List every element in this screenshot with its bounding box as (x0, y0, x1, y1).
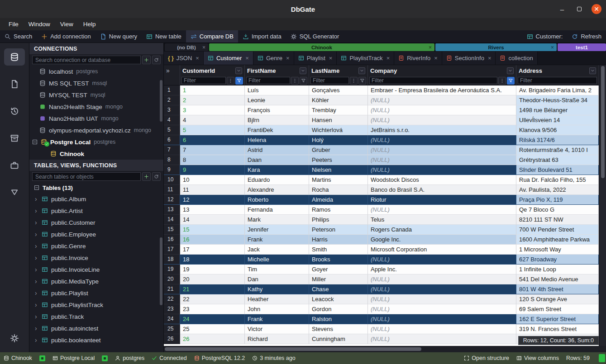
row-number[interactable]: 24 (164, 314, 180, 324)
status-item-open-structure[interactable]: Open structure (464, 355, 509, 361)
cell-firstname[interactable]: Jack (245, 245, 309, 255)
cell-company[interactable]: (NULL) (368, 294, 516, 304)
toolbar-button-refresh[interactable]: Refresh (567, 30, 606, 43)
close-tab-icon[interactable]: × (488, 55, 491, 61)
row-number[interactable]: 19 (164, 265, 180, 274)
tab-riverinfo[interactable]: RiverInfo× (394, 52, 442, 65)
cell-company[interactable]: Banco do Brasil S.A. (368, 185, 516, 195)
cell-company[interactable]: Telus (368, 215, 516, 225)
column-dropdown-icon[interactable] (300, 67, 306, 74)
cell-customerid[interactable]: 17 (180, 245, 245, 255)
cell-address[interactable]: 700 W Pender Street (516, 225, 599, 235)
minimize-button[interactable]: – (557, 4, 567, 14)
cell-address[interactable]: Rilská 3174/6 (516, 135, 599, 145)
sidebar-query-icon[interactable] (4, 184, 25, 201)
cell-firstname[interactable]: Mark (245, 215, 309, 225)
table-item-public-mediatype[interactable]: ›public.MediaType (29, 275, 163, 287)
toolbar-button-new-table[interactable]: New table (142, 30, 186, 43)
column-header-firstname[interactable]: FirstName (245, 65, 309, 76)
cell-firstname[interactable]: Richard (245, 334, 309, 344)
cell-lastname[interactable]: Stevens (309, 324, 368, 334)
toolbar-button-add-connection[interactable]: Add connection (37, 30, 95, 43)
cell-address[interactable]: 1498 rue Bélanger (516, 105, 599, 115)
collapse-icon[interactable] (32, 139, 38, 145)
connection-item-localhost[interactable]: localhostpostgres (29, 66, 163, 77)
row-number[interactable]: 2 (164, 95, 180, 105)
cell-lastname[interactable]: Rocha (309, 185, 368, 195)
tab-sectioninfo[interactable]: SectionInfo× (442, 52, 496, 65)
tab-customer[interactable]: Customer× (204, 52, 253, 65)
cell-firstname[interactable]: Victor (245, 324, 309, 334)
cell-firstname[interactable]: Heather (245, 294, 309, 304)
cell-firstname[interactable]: Astrid (245, 145, 309, 155)
column-header-address[interactable]: Address (516, 65, 599, 76)
cell-lastname[interactable]: Almeida (309, 195, 368, 205)
cell-company[interactable]: (NULL) (368, 105, 516, 115)
row-number[interactable]: 8 (164, 155, 180, 165)
database-group-tab-test1[interactable]: test1 (558, 43, 606, 51)
cell-company[interactable]: Google Inc. (368, 235, 516, 245)
add-table-small-button[interactable] (142, 172, 151, 181)
chevron-right-icon[interactable]: › (35, 254, 38, 261)
cell-address[interactable]: Rotenturmstraße 4, 1010 I (516, 145, 599, 155)
cell-company[interactable]: (NULL) (368, 274, 516, 284)
cell-address[interactable]: Av. Brigadeiro Faria Lima, 2 (516, 85, 599, 95)
cell-address[interactable]: Qe 7 Bloco G (516, 205, 599, 215)
row-number[interactable]: 6 (164, 135, 180, 145)
row-number[interactable]: 13 (164, 205, 180, 215)
cell-customerid[interactable]: 24 (180, 314, 245, 324)
cell-firstname[interactable]: Michelle (245, 255, 309, 265)
sidebar-connections-icon[interactable] (4, 48, 25, 66)
sidebar-files-icon[interactable] (4, 76, 25, 93)
cell-firstname[interactable]: Roberto (245, 195, 309, 205)
connection-search-input[interactable] (32, 56, 141, 64)
row-number[interactable]: 12 (164, 195, 180, 205)
cell-company[interactable]: Microsoft Corporation (368, 245, 516, 255)
cell-lastname[interactable]: Ralston (309, 314, 368, 324)
cell-customerid[interactable]: 16 (180, 235, 245, 245)
cell-customerid[interactable]: 9 (180, 165, 245, 175)
cell-company[interactable]: (NULL) (368, 165, 516, 175)
cell-lastname[interactable]: Tremblay (309, 105, 368, 115)
cell-address[interactable]: Ullevĺlsveien 14 (516, 115, 599, 125)
cell-customerid[interactable]: 18 (180, 255, 245, 265)
cell-firstname[interactable]: Helena (245, 135, 309, 145)
cell-address[interactable]: Theodor-Heuss-Straße 34 (516, 95, 599, 105)
connection-item-mysql-test[interactable]: MYSQL TESTmysql (29, 89, 163, 101)
row-number[interactable]: 1 (164, 85, 180, 95)
table-item-public-track[interactable]: ›public.Track (29, 311, 163, 322)
row-number[interactable]: 25 (164, 324, 180, 334)
filter-input-lastname[interactable] (310, 77, 349, 84)
cell-lastname[interactable]: Wichterlová (309, 125, 368, 135)
table-item-public-invoice[interactable]: ›public.Invoice (29, 252, 163, 264)
close-button[interactable]: ✕ (592, 4, 601, 14)
table-item-public-album[interactable]: ›public.Album (29, 193, 163, 205)
cell-company[interactable]: Embraer - Empresa Brasileira de Aeronáut… (368, 85, 516, 95)
cell-customerid[interactable]: 13 (180, 205, 245, 215)
tables-scrollbar[interactable] (160, 237, 162, 305)
cell-firstname[interactable]: Jennifer (245, 225, 309, 235)
filter-menu-icon[interactable] (227, 77, 234, 85)
cell-company[interactable]: (NULL) (368, 284, 516, 294)
row-number[interactable]: 11 (164, 185, 180, 195)
menu-item-window[interactable]: Window (24, 21, 55, 28)
cell-customerid[interactable]: 20 (180, 274, 245, 284)
chevron-right-icon[interactable]: › (35, 242, 38, 250)
close-group-icon[interactable]: × (429, 44, 432, 51)
maximize-button[interactable] (574, 4, 584, 14)
cell-address[interactable]: Klanova 9/506 (516, 125, 599, 135)
collapse-icon[interactable] (34, 185, 39, 190)
connection-item-postgre-local[interactable]: Postgre Localpostgres (29, 136, 163, 148)
cell-customerid[interactable]: 7 (180, 145, 245, 155)
cell-address[interactable]: Av. Paulista, 2022 (516, 185, 599, 195)
cell-customerid[interactable]: 15 (180, 225, 245, 235)
database-group-tab-no-db[interactable]: (no DB)× (165, 43, 208, 51)
cell-customerid[interactable]: 25 (180, 324, 245, 334)
chevron-right-icon[interactable]: › (35, 278, 38, 285)
status-item-3-minutes-ago[interactable]: 3 minutes ago (252, 355, 296, 361)
cell-customerid[interactable]: 21 (180, 284, 245, 294)
cell-lastname[interactable]: Peeters (309, 155, 368, 165)
cell-company[interactable]: Riotur (368, 195, 516, 205)
sidebar-settings-icon[interactable] (4, 330, 25, 347)
cell-lastname[interactable]: Leacock (309, 294, 368, 304)
